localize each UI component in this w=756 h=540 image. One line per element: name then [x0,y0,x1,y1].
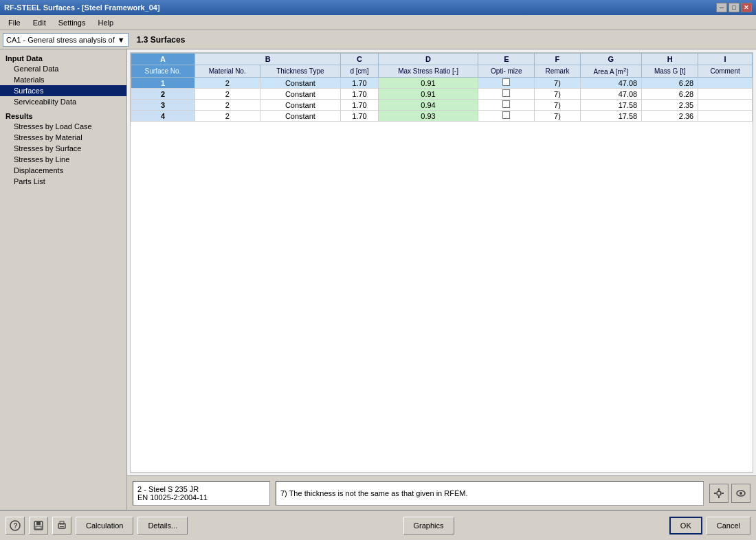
cell-max-stress-ratio: 0.93 [378,111,478,122]
cancel-button[interactable]: Cancel [707,517,751,535]
cell-comment [698,78,753,89]
status-bar: 2 - Steel S 235 JR EN 10025-2:2004-11 7)… [127,475,756,510]
menu-help[interactable]: Help [92,17,119,28]
cell-area: 47.08 [580,78,642,89]
remark-text: 7) The thickness is not the same as that… [280,489,467,497]
col-a-header: A [131,54,195,65]
sidebar-item-stresses-by-material[interactable]: Stresses by Material [0,132,126,143]
svg-rect-1 [718,488,720,491]
cell-optimize[interactable] [478,111,535,122]
minimize-button[interactable]: ─ [716,3,727,12]
optimize-checkbox[interactable] [502,111,510,119]
sidebar-item-stresses-by-surface[interactable]: Stresses by Surface [0,143,126,154]
cell-mass: 6.28 [642,78,698,89]
mass-header: Mass G [t] [642,65,698,78]
area-header: Area A [m2] [580,65,642,78]
sidebar-item-parts-list[interactable]: Parts List [0,176,126,187]
optimize-checkbox[interactable] [502,100,510,108]
sidebar-input-data-label: Input Data [0,52,126,63]
cell-remark: 7) [535,100,580,111]
sidebar-item-materials[interactable]: Materials [0,74,126,85]
svg-rect-2 [718,496,720,498]
col-g-header: G [580,54,642,65]
view-icon-btn[interactable] [731,484,751,503]
cell-remark: 7) [535,111,580,122]
cell-optimize[interactable] [478,100,535,111]
svg-point-0 [717,491,721,495]
sidebar-results-label: Results [0,110,126,121]
cell-optimize[interactable] [478,89,535,100]
svg-rect-15 [60,528,64,528]
eye-icon [735,488,746,499]
ok-button[interactable]: OK [669,517,702,535]
details-button[interactable]: Details... [137,517,188,535]
cell-surface-no: 2 [131,89,195,100]
ca-selector[interactable]: CA1 - General stress analysis of ▼ [3,33,129,47]
print-icon [56,520,67,531]
sidebar-item-stresses-by-load-case[interactable]: Stresses by Load Case [0,121,126,132]
settings-icon [713,488,724,499]
menu-bar: File Edit Settings Help [0,15,756,30]
table-wrapper: A B C D E F G H I Surface No. Mate [130,52,753,473]
section-title: 1.3 Surfaces [131,35,186,45]
comment-header: Comment [698,65,753,78]
table-row[interactable]: 22Constant1.700.917)47.086.28 [131,89,753,100]
maximize-button[interactable]: □ [729,3,740,12]
thickness-type-header: Thickness Type [260,65,341,78]
calculation-button[interactable]: Calculation [76,517,133,535]
cell-material-no: 2 [194,78,260,89]
remark-info: 7) The thickness is not the same as that… [276,481,704,506]
svg-rect-4 [722,493,724,494]
cell-comment [698,100,753,111]
menu-edit[interactable]: Edit [27,17,52,28]
help-icon-btn[interactable]: ? [5,517,25,535]
cell-max-stress-ratio: 0.91 [378,78,478,89]
col-h-header: H [642,54,698,65]
table-row[interactable]: 42Constant1.700.937)17.582.36 [131,111,753,122]
window-controls: ─ □ ✕ [716,3,752,12]
sidebar: Input Data General Data Materials Surfac… [0,49,127,510]
cell-d: 1.70 [341,78,378,89]
sidebar-item-displacements[interactable]: Displacements [0,165,126,176]
ca-selector-label: CA1 - General stress analysis of [6,36,115,44]
cell-surface-no: 3 [131,100,195,111]
menu-settings[interactable]: Settings [53,17,91,28]
sidebar-item-serviceability-data[interactable]: Serviceability Data [0,96,126,107]
ca-dropdown-arrow[interactable]: ▼ [118,36,125,44]
title-bar: RF-STEEL Surfaces - [Steel Framework_04]… [0,0,756,15]
surfaces-table: A B C D E F G H I Surface No. Mate [131,53,753,122]
close-button[interactable]: ✕ [741,3,752,12]
col-i-header: I [698,54,753,65]
sidebar-item-stresses-by-line[interactable]: Stresses by Line [0,154,126,165]
graphics-button[interactable]: Graphics [403,517,454,535]
svg-text:?: ? [14,522,18,530]
optimize-checkbox[interactable] [502,78,510,86]
settings-icon-btn[interactable] [709,484,729,503]
col-c-header: C [341,54,378,65]
cell-optimize[interactable] [478,78,535,89]
cell-mass: 2.36 [642,111,698,122]
save-icon-btn[interactable] [29,517,48,535]
table-row[interactable]: 12Constant1.700.917)47.086.28 [131,78,753,89]
save-icon [33,520,44,531]
sidebar-item-general-data[interactable]: General Data [0,63,126,74]
cell-material-no: 2 [194,89,260,100]
cell-d: 1.70 [341,111,378,122]
sidebar-item-surfaces[interactable]: Surfaces [0,85,126,96]
material-info-line1: 2 - Steel S 235 JR [137,485,265,493]
svg-point-6 [740,492,742,495]
material-info: 2 - Steel S 235 JR EN 10025-2:2004-11 [133,481,270,506]
svg-rect-3 [714,493,716,494]
table-row[interactable]: 32Constant1.700.947)17.582.35 [131,100,753,111]
cell-surface-no: 4 [131,111,195,122]
material-no-header: Material No. [194,65,260,78]
print-icon-btn[interactable] [52,517,71,535]
cell-remark: 7) [535,78,580,89]
menu-file[interactable]: File [3,17,26,28]
optimize-checkbox[interactable] [502,89,510,97]
cell-mass: 6.28 [642,89,698,100]
max-stress-ratio-header: Max Stress Ratio [-] [378,65,478,78]
content-split: Input Data General Data Materials Surfac… [0,49,756,510]
cell-material-no: 2 [194,111,260,122]
status-icons [709,484,751,503]
